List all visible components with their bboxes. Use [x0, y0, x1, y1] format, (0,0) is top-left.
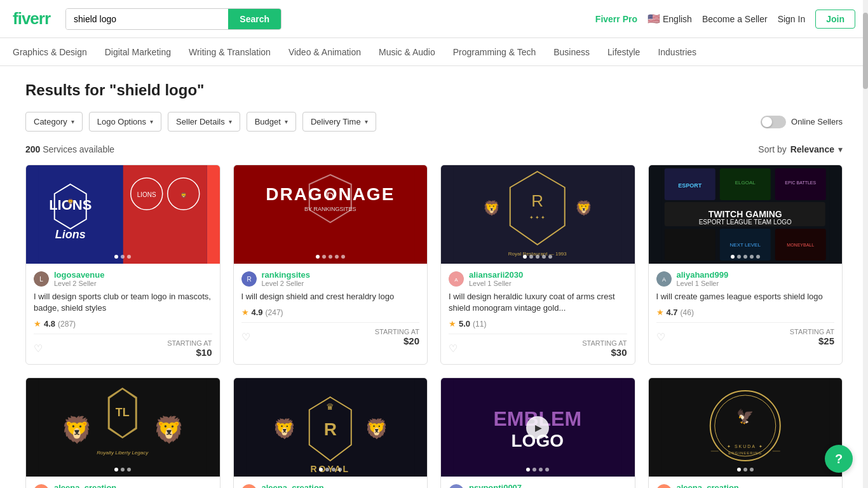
avatar: L: [34, 271, 49, 287]
search-button[interactable]: Search: [228, 9, 281, 29]
nav-programming-tech[interactable]: Programming & Tech: [453, 39, 536, 65]
avatar: a: [34, 484, 49, 488]
service-card[interactable]: 🦅 ✦ SKUDA ✦ ENGINEERING a: [648, 377, 843, 488]
chevron-down-icon: ▾: [71, 118, 74, 125]
svg-text:ESPORT: ESPORT: [678, 182, 702, 189]
price-section: STARTING AT $20: [375, 328, 419, 346]
svg-rect-1: [123, 165, 207, 264]
category-filter-label: Category: [34, 117, 67, 126]
cards-grid: LIONS 🦁 Lions LIONS 🦁 L: [25, 165, 843, 488]
card-image: LIONS 🦁 Lions LIONS 🦁: [26, 165, 220, 264]
sort-by-control[interactable]: Sort by Relevance ▾: [758, 144, 843, 154]
budget-filter[interactable]: Budget ▾: [247, 112, 296, 132]
nav-writing-translation[interactable]: Writing & Translation: [189, 39, 271, 65]
card-body: p psyponti0007 Level 2 Seller I will des…: [441, 477, 635, 488]
svg-text:D: D: [326, 191, 334, 202]
card-footer: ♡ STARTING AT $25: [656, 322, 835, 346]
service-card[interactable]: R ✦ ✦ ✦ 🦁 🦁 Royal Restaurant — 1993 A: [440, 165, 635, 365]
favorite-button[interactable]: ♡: [241, 331, 250, 343]
nav-graphics-design[interactable]: Graphics & Design: [13, 39, 87, 65]
price-section: STARTING AT $10: [167, 339, 212, 358]
svg-text:🦅: 🦅: [736, 408, 754, 425]
nav-lifestyle[interactable]: Lifestyle: [607, 39, 640, 65]
card-footer: ♡ STARTING AT $20: [241, 322, 420, 346]
help-button[interactable]: ?: [825, 445, 853, 473]
category-filter[interactable]: Category ▾: [25, 112, 83, 132]
nav-video-animation[interactable]: Video & Animation: [288, 39, 361, 65]
results-count: 200 Services available: [25, 144, 114, 154]
seller-name: logosavenue: [54, 270, 104, 280]
svg-text:MONEYBALL: MONEYBALL: [787, 243, 814, 247]
main-nav: Graphics & Design Digital Marketing Writ…: [0, 38, 868, 66]
svg-text:♛: ♛: [326, 402, 334, 412]
card-image: EMBLEM LOGO ▶: [441, 378, 635, 477]
seller-details-filter[interactable]: Seller Details ▾: [168, 112, 240, 132]
results-title: Results for "shield logo": [25, 81, 843, 99]
seller-info: rankingsites Level 2 Seller: [262, 270, 311, 287]
card-rating: ★ 4.8 (287): [34, 319, 212, 329]
play-button[interactable]: ▶: [526, 416, 549, 439]
play-icon: ▶: [535, 423, 542, 433]
svg-text:🦁: 🦁: [483, 200, 501, 217]
seller-info: psyponti0007 Level 2 Seller: [469, 483, 522, 488]
nav-business[interactable]: Business: [553, 39, 590, 65]
svg-rect-39: [664, 229, 715, 261]
card-rating: ★ 5.0 (11): [449, 319, 627, 329]
nav-music-audio[interactable]: Music & Audio: [379, 39, 435, 65]
seller-info: aleena_creation Level 2 Seller: [677, 483, 739, 488]
scrollbar-thumb[interactable]: [863, 13, 868, 89]
logo-options-filter[interactable]: Logo Options ▾: [89, 112, 161, 132]
favorite-button[interactable]: ♡: [449, 342, 458, 355]
online-toggle-switch[interactable]: [761, 116, 786, 128]
svg-text:✦ SKUDA ✦: ✦ SKUDA ✦: [726, 444, 763, 449]
card-body: a aleena_creation Level 2 Seller I will …: [234, 477, 428, 488]
card-dots: [114, 468, 131, 471]
card-rating: ★ 4.7 (46): [656, 308, 835, 317]
card-title-link[interactable]: mascots, badge, shield styles: [34, 292, 211, 313]
svg-text:ESPORT LEAGUE TEAM LOGO: ESPORT LEAGUE TEAM LOGO: [698, 219, 791, 226]
search-input[interactable]: [66, 9, 228, 29]
price-section: STARTING AT $30: [582, 339, 627, 358]
join-button[interactable]: Join: [815, 10, 855, 29]
nav-digital-marketing[interactable]: Digital Marketing: [105, 39, 171, 65]
online-sellers-label: Online Sellers: [791, 117, 843, 126]
svg-point-67: [449, 484, 464, 488]
card-dots: [114, 255, 131, 259]
fiverr-pro-link[interactable]: Fiverr Pro: [595, 14, 637, 24]
service-card[interactable]: ESPORT ELGOAL EPIC BATTLES TWITCH GAMING…: [648, 165, 843, 365]
card-price: $25: [790, 336, 834, 346]
svg-text:🦁: 🦁: [365, 417, 389, 440]
favorite-button[interactable]: ♡: [34, 342, 43, 355]
review-count: (287): [58, 320, 76, 329]
service-card[interactable]: LIONS 🦁 Lions LIONS 🦁 L: [25, 165, 220, 365]
card-image: ESPORT ELGOAL EPIC BATTLES TWITCH GAMING…: [649, 165, 843, 264]
sign-in-link[interactable]: Sign In: [778, 14, 806, 24]
card-body: L logosavenue Level 2 Seller I will desi…: [26, 264, 220, 364]
nav-industries[interactable]: Industries: [658, 39, 696, 65]
seller-name: rankingsites: [262, 270, 311, 280]
seller-info: logosavenue Level 2 Seller: [54, 270, 104, 287]
starting-at-label: STARTING AT: [167, 339, 212, 347]
delivery-time-filter[interactable]: Delivery Time ▾: [302, 112, 376, 132]
card-image: DRAGONAGE BY RANKINGSITES D: [234, 165, 428, 264]
card-image: ♛ 🦁 🦁 R ROYAL: [234, 378, 428, 477]
service-card[interactable]: ♛ 🦁 🦁 R ROYAL a al: [233, 377, 428, 488]
become-seller-link[interactable]: Become a Seller: [702, 14, 768, 24]
seller-details-label: Seller Details: [176, 117, 225, 126]
fiverr-logo[interactable]: fiverr: [13, 9, 50, 29]
seller-level: Level 1 Seller: [677, 280, 729, 287]
svg-text:ENGINEERING: ENGINEERING: [728, 451, 762, 455]
language-label: English: [663, 14, 692, 24]
starting-at-label: STARTING AT: [375, 328, 419, 336]
service-card[interactable]: 🦁 🦁 TL Royalty Liberty Legacy a: [25, 377, 220, 488]
svg-text:🦁: 🦁: [153, 414, 185, 445]
seller-info: aliyahand999 Level 1 Seller: [677, 270, 729, 287]
budget-label: Budget: [255, 117, 281, 126]
language-selector[interactable]: 🇺🇸 English: [648, 13, 692, 25]
favorite-button[interactable]: ♡: [656, 331, 665, 343]
card-dots: [523, 255, 552, 259]
service-card[interactable]: DRAGONAGE BY RANKINGSITES D R rankingsit: [233, 165, 428, 365]
service-card[interactable]: EMBLEM LOGO ▶ p psyponti0007: [440, 377, 635, 488]
card-body: A aliansarii2030 Level 1 Seller I will d…: [441, 264, 635, 364]
svg-text:A: A: [454, 277, 458, 283]
